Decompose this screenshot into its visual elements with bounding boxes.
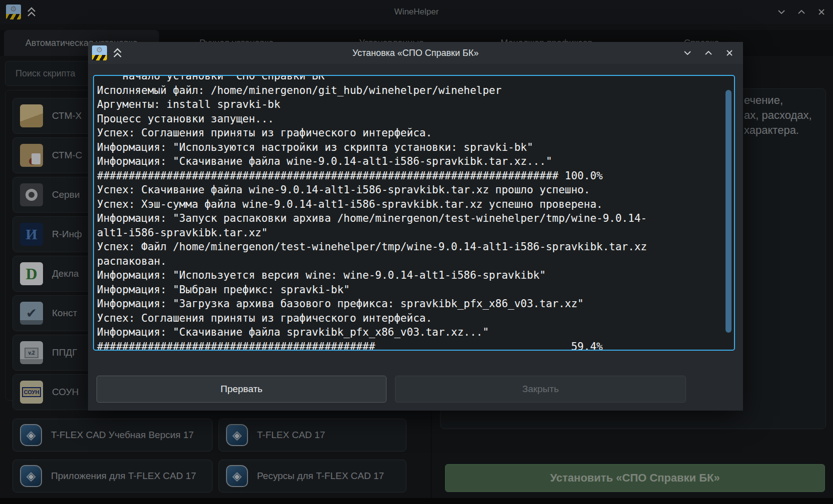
scrollbar-thumb[interactable] <box>726 90 732 333</box>
log-line: Успех: Файл /home/minergenon/test-winehe… <box>97 240 721 254</box>
chevron-down-icon <box>683 48 692 57</box>
log-line: Успех: Скачивание файла wine-9.0.14-alt1… <box>97 183 721 197</box>
log-line: Информация: "Используется версия wine: w… <box>97 268 721 283</box>
log-line: alt1-i586-spravkibk.tar.xz" <box>97 226 721 240</box>
log-line: Информация: "Используются настройки из с… <box>97 140 721 155</box>
install-progress-dialog: ⚙ Установка «СПО Справки БК» <box>88 42 743 411</box>
log-line: Аргументы: install spravki-bk <box>97 97 721 112</box>
close-dialog-button[interactable] <box>725 48 734 57</box>
dialog-titlebar: ⚙ Установка «СПО Справки БК» <box>88 42 743 64</box>
screen: ⚙ WineHelper <box>0 0 833 504</box>
close-icon <box>725 48 734 57</box>
dialog-title: Установка «СПО Справки БК» <box>88 42 743 64</box>
maximize-button[interactable] <box>704 48 713 57</box>
abort-button[interactable]: Прервать <box>96 376 386 403</box>
log-line: Успех: Хэш-сумма файла wine-9.0.14-alt1-… <box>97 197 721 212</box>
install-log-text: начало установки "СПО Справки БК"Исполня… <box>97 76 721 350</box>
log-line: Исполняемый файл: /home/minergenon/git_h… <box>97 83 721 98</box>
minimize-button[interactable] <box>683 48 692 57</box>
log-line: Информация: "Запуск распаковки архива /h… <box>97 211 721 226</box>
log-line: Успех: Соглашения приняты из графическог… <box>97 126 721 140</box>
log-line: начало установки "СПО Справки БК" <box>97 76 721 83</box>
log-line: Информация: "Скачивание файла spravkibk_… <box>97 325 721 340</box>
log-line: ########################################… <box>97 340 721 350</box>
log-line: Информация: "Скачивание файла wine-9.0.1… <box>97 154 721 169</box>
log-line: Процесс установки запущен... <box>97 112 721 126</box>
log-line: Информация: "Выбран префикс: spravki-bk" <box>97 283 721 297</box>
log-line: Успех: Соглашения приняты из графическог… <box>97 311 721 326</box>
log-line: распакован. <box>97 254 721 269</box>
install-log-terminal: начало установки "СПО Справки БК"Исполня… <box>93 75 735 351</box>
log-line: Информация: "Загрузка архива базового пр… <box>97 297 721 311</box>
terminal-scrollbar[interactable] <box>725 78 732 348</box>
log-line: ########################################… <box>97 169 721 183</box>
close-button[interactable]: Закрыть <box>395 376 686 403</box>
dialog-window-controls <box>683 42 734 64</box>
chevron-up-icon <box>704 48 713 57</box>
